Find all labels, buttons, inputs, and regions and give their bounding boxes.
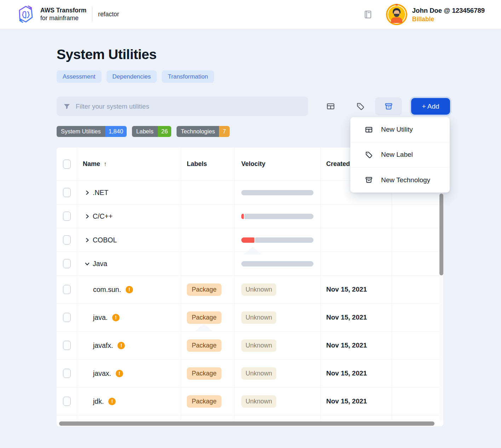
- add-dropdown-menu: New Utility New Label New Technology: [350, 117, 450, 193]
- chevron-right-icon[interactable]: [84, 190, 90, 196]
- name-cell: COBOL: [77, 236, 181, 244]
- page-title: System Utilities: [57, 47, 156, 62]
- name-cell: .NET: [77, 189, 181, 197]
- velocity-cell: [234, 261, 320, 266]
- brand: AWS Transform for mainframe refactor: [16, 5, 119, 24]
- checkbox-cell: [57, 285, 77, 294]
- technologies-archive-button[interactable]: [375, 97, 402, 115]
- tab-assessment[interactable]: Assessment: [57, 70, 102, 83]
- velocity-cell: [234, 237, 320, 243]
- brand-mode: refactor: [98, 11, 119, 18]
- vertical-scrollbar[interactable]: [439, 194, 443, 275]
- created-date: Nov 15, 2021: [320, 286, 392, 293]
- package-label-chip[interactable]: Package: [187, 339, 221, 352]
- table-row-c-c-: C/C++: [57, 205, 443, 228]
- partial-table-row: [57, 415, 443, 421]
- tag-icon: [356, 102, 365, 111]
- archive-icon: [365, 176, 373, 184]
- created-date: Nov 15, 2021: [320, 369, 392, 377]
- horizontal-scrollbar[interactable]: [59, 421, 434, 426]
- warning-icon[interactable]: !: [108, 398, 116, 405]
- select-all-checkbox[interactable]: [63, 160, 71, 169]
- filter-funnel-icon: [63, 103, 71, 110]
- velocity-cell: Unknown: [234, 283, 320, 296]
- name-cell: C/C++: [77, 212, 181, 220]
- row-checkbox[interactable]: [63, 259, 71, 268]
- labels-cell: Package: [181, 283, 234, 296]
- table-icon: [365, 126, 373, 134]
- row-name: com.sun.: [93, 286, 121, 294]
- menu-item-new-label[interactable]: New Label: [350, 142, 450, 167]
- column-header-label: Name: [83, 160, 100, 168]
- name-cell: com.sun.!: [77, 286, 181, 294]
- tab-transformation[interactable]: Transformation: [162, 70, 214, 83]
- badge-count: 7: [219, 126, 229, 137]
- table-columns-button[interactable]: [323, 98, 338, 114]
- brand-title: AWS Transform: [40, 6, 86, 14]
- package-label-chip[interactable]: Package: [187, 283, 221, 296]
- velocity-bar-gray-segment: [241, 190, 313, 195]
- row-checkbox[interactable]: [63, 369, 71, 378]
- brand-divider: [92, 7, 92, 22]
- chevron-down-icon[interactable]: [84, 261, 90, 267]
- warning-icon[interactable]: !: [112, 314, 120, 321]
- labels-cell: Package: [181, 395, 234, 408]
- table-row-cobol: COBOL: [57, 228, 443, 252]
- labels-tag-button[interactable]: [352, 98, 368, 114]
- column-header-labels[interactable]: Labels: [181, 160, 234, 168]
- documentation-book-icon[interactable]: [363, 10, 373, 19]
- velocity-cell: [234, 214, 320, 219]
- package-label-chip[interactable]: Package: [187, 367, 221, 380]
- badge-count: 26: [158, 126, 171, 137]
- avatar[interactable]: [386, 4, 407, 25]
- velocity-cell: [234, 190, 320, 195]
- warning-icon[interactable]: !: [117, 342, 125, 349]
- filter-bar: [57, 97, 308, 116]
- chevron-right-icon[interactable]: [84, 213, 90, 219]
- row-checkbox[interactable]: [63, 397, 71, 406]
- table-row-java-: java.!PackageUnknownNov 15, 2021: [57, 304, 443, 332]
- row-checkbox[interactable]: [63, 285, 71, 294]
- row-checkbox[interactable]: [63, 212, 71, 221]
- warning-icon[interactable]: !: [116, 370, 123, 377]
- checkbox-cell: [57, 212, 77, 221]
- aws-transform-logo: [16, 5, 35, 24]
- row-checkbox[interactable]: [63, 313, 71, 322]
- filter-input[interactable]: [76, 103, 302, 110]
- row-checkbox[interactable]: [63, 188, 71, 197]
- velocity-unknown-chip: Unknown: [241, 283, 276, 296]
- menu-item-new-utility[interactable]: New Utility: [350, 117, 450, 142]
- column-header-velocity[interactable]: Velocity: [234, 160, 320, 168]
- created-date: Nov 15, 2021: [320, 397, 392, 405]
- velocity-cell: Unknown: [234, 339, 320, 352]
- checkbox-cell: [57, 369, 77, 378]
- velocity-cell: Unknown: [234, 395, 320, 408]
- chevron-right-icon[interactable]: [84, 237, 90, 243]
- warning-icon[interactable]: !: [126, 286, 133, 293]
- menu-item-new-technology[interactable]: New Technology: [350, 167, 450, 193]
- velocity-unknown-chip: Unknown: [241, 311, 276, 324]
- labels-cell: Package: [181, 339, 234, 352]
- row-name: javax.: [93, 369, 111, 378]
- tab-dependencies[interactable]: Dependencies: [106, 70, 157, 83]
- name-cell: Java: [77, 260, 181, 268]
- velocity-cell: Unknown: [234, 311, 320, 324]
- labels-cell: Package: [181, 311, 234, 324]
- labels-cell: Package: [181, 367, 234, 380]
- header-right: John Doe @ 123456789 Billable: [363, 0, 485, 29]
- name-cell: javafx.!: [77, 341, 181, 350]
- add-button[interactable]: + Add: [411, 98, 450, 115]
- column-header-name[interactable]: Name ↑: [77, 160, 181, 168]
- badge-label: Technologies: [177, 126, 219, 137]
- package-label-chip[interactable]: Package: [187, 395, 221, 408]
- row-checkbox[interactable]: [63, 341, 71, 350]
- system-utilities-badge: System Utilities 1,840: [57, 126, 127, 137]
- app: AWS Transform for mainframe refactor Joh…: [0, 0, 501, 448]
- row-checkbox[interactable]: [63, 235, 71, 245]
- package-label-chip[interactable]: Package: [187, 311, 221, 324]
- checkbox-cell: [57, 235, 77, 245]
- velocity-unknown-chip: Unknown: [241, 339, 276, 352]
- name-cell: javax.!: [77, 369, 181, 378]
- counter-badges: System Utilities 1,840 Labels 26 Technol…: [57, 126, 230, 137]
- row-name: java.: [93, 314, 108, 322]
